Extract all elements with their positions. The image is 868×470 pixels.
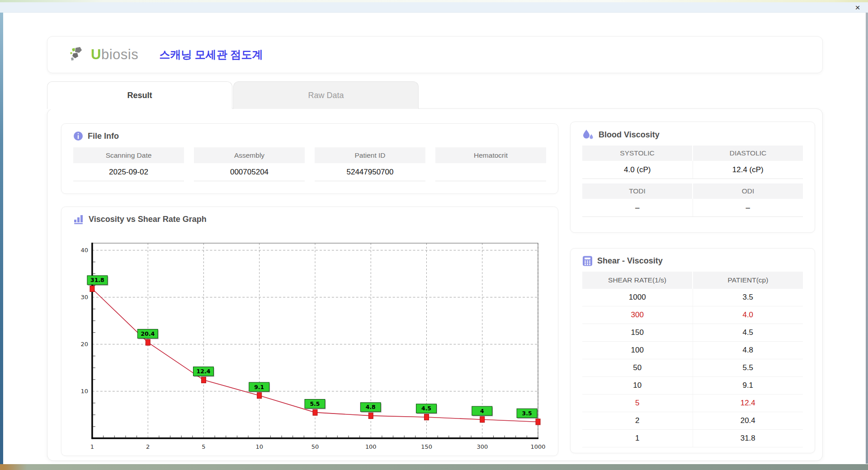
patient-cell: 20.4 <box>693 412 803 429</box>
odi-header: ODI <box>693 183 803 199</box>
shear-rate-cell: 100 <box>582 342 693 359</box>
calculator-icon <box>582 256 593 266</box>
brand-text: Ubiosis <box>91 47 138 63</box>
table-row: 3004.0 <box>582 306 803 324</box>
file-info-title: File Info <box>88 132 119 141</box>
tab-bar: Result Raw Data <box>47 81 419 109</box>
blood-viscosity-title: Blood Viscosity <box>599 130 660 140</box>
svg-text:30: 30 <box>80 294 88 301</box>
patient-cell: 12.4 <box>693 395 803 412</box>
svg-text:5.5: 5.5 <box>310 400 320 407</box>
svg-text:100: 100 <box>365 443 377 450</box>
svg-text:4: 4 <box>480 408 484 414</box>
field-label: Assembly <box>194 147 305 163</box>
field-hematocrit: Hematocrit <box>435 147 546 181</box>
brand: Ubiosis <box>69 46 138 63</box>
systolic-header: SYSTOLIC <box>582 146 693 161</box>
desktop-edge-left <box>0 2 3 464</box>
app-window: Ubiosis 스캐닝 모세관 점도계 Result Raw Data File… <box>3 13 866 464</box>
shear-rate-cell: 1 <box>582 430 693 447</box>
field-value: 2025-09-02 <box>73 163 184 181</box>
table-row: 1004.8 <box>582 342 803 359</box>
patient-cell: 9.1 <box>693 377 803 394</box>
patient-cell: 4.5 <box>693 324 803 341</box>
table-row: 131.8 <box>582 430 803 447</box>
field-assembly: Assembly 000705204 <box>194 147 305 181</box>
blood-viscosity-panel: Blood Viscosity SYSTOLIC DIASTOLIC 4.0 (… <box>570 122 815 233</box>
patient-cell: 4.8 <box>693 342 803 359</box>
main-content: File Info Scanning Date 2025-09-02 Assem… <box>47 108 823 461</box>
header: Ubiosis 스캐닝 모세관 점도계 <box>47 36 823 73</box>
svg-text:20.4: 20.4 <box>141 330 155 337</box>
patient-cell: 4.0 <box>693 306 803 324</box>
shear-rate-cell: 150 <box>582 324 693 341</box>
table-row: 505.5 <box>582 359 803 377</box>
todi-value: – <box>582 199 693 217</box>
shear-rate-cell: 10 <box>582 377 693 394</box>
svg-text:4.5: 4.5 <box>421 405 431 412</box>
diastolic-header: DIASTOLIC <box>693 146 803 161</box>
svg-text:5: 5 <box>202 443 205 450</box>
graph-panel: Viscosity vs Shear Rate Graph 1020304012… <box>61 207 558 456</box>
field-label: Hematocrit <box>435 147 546 163</box>
svg-text:9.1: 9.1 <box>254 384 264 390</box>
file-info-fields: Scanning Date 2025-09-02 Assembly 000705… <box>73 147 546 181</box>
shear-rate-cell: 50 <box>582 359 693 376</box>
app-title: 스캐닝 모세관 점도계 <box>159 47 263 62</box>
tab-result[interactable]: Result <box>47 81 232 109</box>
file-info-panel: File Info Scanning Date 2025-09-02 Assem… <box>61 123 558 194</box>
svg-text:10: 10 <box>80 388 88 395</box>
shear-rate-cell: 300 <box>582 306 693 324</box>
patient-cell: 31.8 <box>693 430 803 447</box>
field-label: Scanning Date <box>73 147 184 163</box>
svg-text:10: 10 <box>255 443 263 450</box>
patient-cell: 5.5 <box>693 359 803 376</box>
table-row: 10003.5 <box>582 289 803 306</box>
todi-header: TODI <box>582 183 693 199</box>
odi-value: – <box>693 199 803 217</box>
svg-text:1000: 1000 <box>531 443 546 450</box>
svg-text:31.8: 31.8 <box>90 277 104 283</box>
ubiosis-logo-icon <box>69 46 87 63</box>
shear-rate-cell: 2 <box>582 412 693 429</box>
blood-viscosity-table: SYSTOLIC DIASTOLIC 4.0 (cP) 12.4 (cP) TO… <box>582 146 803 217</box>
table-row: 512.4 <box>582 395 803 412</box>
desktop-edge-bottom <box>0 464 868 470</box>
table-row: 109.1 <box>582 377 803 395</box>
svg-text:2: 2 <box>146 443 150 450</box>
svg-text:150: 150 <box>421 443 432 450</box>
info-icon <box>73 131 83 141</box>
tab-raw-data[interactable]: Raw Data <box>233 81 419 109</box>
systolic-value: 4.0 (cP) <box>582 161 693 179</box>
window-titlebar: × <box>0 2 868 13</box>
shear-rate-cell: 5 <box>582 395 693 412</box>
patient-column-header: PATIENT(cp) <box>693 272 803 289</box>
table-row: 1504.5 <box>582 324 803 342</box>
svg-text:1: 1 <box>90 443 94 450</box>
shear-viscosity-panel: Shear - Viscosity SHEAR RATE(1/s) PATIEN… <box>570 248 815 453</box>
field-value: 000705204 <box>194 163 305 181</box>
shear-viscosity-title: Shear - Viscosity <box>597 256 663 266</box>
svg-text:40: 40 <box>80 247 88 254</box>
field-scanning-date: Scanning Date 2025-09-02 <box>73 147 184 181</box>
svg-text:20: 20 <box>80 341 88 348</box>
svg-text:4.8: 4.8 <box>366 404 376 410</box>
table-row: 220.4 <box>582 412 803 430</box>
svg-text:3.5: 3.5 <box>522 410 532 417</box>
graph-title: Viscosity vs Shear Rate Graph <box>89 215 207 224</box>
patient-cell: 3.5 <box>693 289 803 306</box>
svg-text:12.4: 12.4 <box>197 368 211 375</box>
blood-drop-icon <box>582 129 594 140</box>
bar-chart-icon <box>73 214 84 224</box>
svg-text:300: 300 <box>476 443 488 450</box>
field-value <box>435 163 546 181</box>
svg-text:50: 50 <box>311 443 319 450</box>
field-label: Patient ID <box>315 147 425 163</box>
shear-viscosity-table: SHEAR RATE(1/s) PATIENT(cp) 10003.53004.… <box>582 272 803 447</box>
diastolic-value: 12.4 (cP) <box>693 161 803 179</box>
close-icon[interactable]: × <box>850 2 865 12</box>
field-patient-id: Patient ID 52447950700 <box>315 147 425 181</box>
desktop-edge-right <box>866 13 868 464</box>
shear-rate-column-header: SHEAR RATE(1/s) <box>582 272 693 289</box>
field-value: 52447950700 <box>315 163 425 181</box>
